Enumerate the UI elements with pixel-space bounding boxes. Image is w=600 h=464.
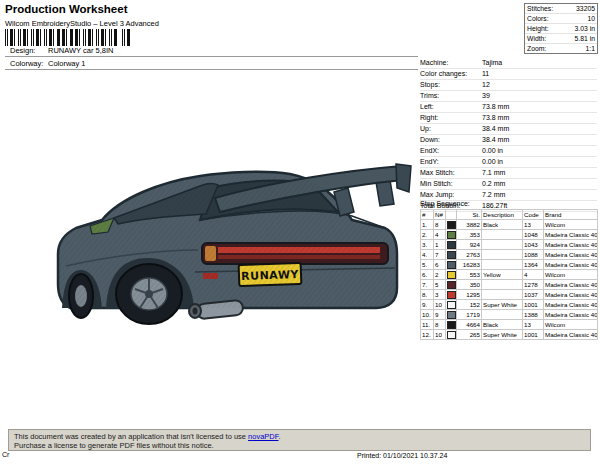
summary-label: Colors:	[527, 14, 549, 23]
stop-sequence-row: 8. 3 1295 1037 Madeira Classic 40	[421, 290, 598, 300]
thread-brand: Madeira Classic 40	[544, 240, 598, 250]
thread-code: 1088	[523, 250, 544, 260]
machine-info-label: Down:	[420, 135, 482, 145]
footer-fragment-text: Cr	[2, 451, 9, 458]
stop-index: 3.	[421, 240, 434, 250]
needle-number: 10	[434, 300, 446, 310]
thread-color-swatch	[447, 271, 456, 279]
machine-info-value: 7.1 mm	[482, 168, 505, 178]
production-worksheet-page: Production Worksheet Wilcom EmbroiderySt…	[0, 0, 600, 464]
needle-number: 7	[434, 250, 446, 260]
machine-info-row: Up: 38.4 mm	[420, 124, 597, 135]
machine-info-label: EndX:	[420, 146, 482, 156]
machine-info-label: Stops:	[420, 80, 482, 90]
colorway-row: Colorway: Colorway 1	[5, 58, 418, 70]
thread-color-swatch	[447, 231, 456, 239]
thread-code: 1278	[523, 280, 544, 290]
design-value: RUNAWY car 5,8IN	[48, 46, 113, 55]
stop-index: 6.	[421, 270, 434, 280]
machine-info-label: Trims:	[420, 91, 482, 101]
swatch-cell	[446, 280, 457, 290]
thread-code: 1364	[523, 260, 544, 270]
machine-info-label: Machine:	[420, 58, 482, 68]
summary-row: Stitches: 33205	[525, 4, 597, 14]
stop-index: 12.	[421, 330, 434, 340]
col-header-description: Description	[482, 210, 523, 220]
swatch-cell	[446, 230, 457, 240]
thread-description	[482, 290, 523, 300]
swatch-cell	[446, 290, 457, 300]
thread-color-swatch	[447, 291, 456, 299]
needle-number: 8	[434, 320, 446, 330]
col-header-swatch	[446, 210, 457, 220]
thread-description: Super White	[482, 330, 523, 340]
stop-index: 4.	[421, 250, 434, 260]
thread-description	[482, 260, 523, 270]
thread-brand: Madeira Classic 40	[544, 250, 598, 260]
stop-sequence-row: 7. 5 350 1278 Madeira Classic 40	[421, 280, 598, 290]
needle-number: 3	[434, 290, 446, 300]
summary-value: 5.81 in	[575, 34, 595, 43]
machine-info-value: 73.8 mm	[482, 102, 509, 112]
summary-label: Width:	[527, 34, 546, 43]
machine-info-value: 11	[482, 69, 489, 79]
machine-info-row: Machine: Tajima	[420, 58, 597, 69]
thread-description	[482, 310, 523, 320]
col-header-brand: Brand	[544, 210, 598, 220]
stop-sequence-row: 1. 8 3882 Black 13 Wilcom	[421, 220, 598, 230]
col-header-code: Code	[523, 210, 544, 220]
license-notice-banner: This document was created by an applicat…	[8, 429, 591, 451]
thread-code: 13	[523, 220, 544, 230]
printed-timestamp: Printed: 01/10/2021 10.37.24	[357, 452, 447, 459]
machine-info-value: 38.4 mm	[482, 124, 509, 134]
thread-description: Black	[482, 220, 523, 230]
col-header-stitches: St.	[457, 210, 482, 220]
stop-index: 9.	[421, 300, 434, 310]
stitch-count: 353	[457, 230, 482, 240]
stop-sequence-header-row: # N# St. Description Code Brand	[421, 210, 598, 220]
thread-color-swatch	[447, 251, 456, 259]
needle-number: 6	[434, 260, 446, 270]
machine-info-label: Max Jump:	[420, 190, 482, 200]
stitch-count: 1719	[457, 310, 482, 320]
design-row: Design: RUNAWY car 5,8IN	[5, 45, 418, 57]
notice-line-1: This document was created by an applicat…	[14, 432, 585, 441]
thread-brand: Wilcom	[544, 270, 598, 280]
swatch-cell	[446, 330, 457, 340]
stitch-count: 1295	[457, 290, 482, 300]
swatch-cell	[446, 300, 457, 310]
thread-brand: Madeira Classic 40	[544, 330, 598, 340]
needle-number: 5	[434, 280, 446, 290]
stop-index: 11.	[421, 320, 434, 330]
summary-value: 10	[587, 14, 595, 23]
novapdf-link[interactable]: novaPDF	[248, 432, 278, 441]
stop-index: 10.	[421, 310, 434, 320]
stitch-count: 553	[457, 270, 482, 280]
summary-value: 3.03 in	[575, 24, 595, 33]
swatch-cell	[446, 260, 457, 270]
swatch-cell	[446, 220, 457, 230]
colorway-value: Colorway 1	[48, 59, 86, 68]
thread-color-swatch	[447, 281, 456, 289]
thread-color-swatch	[447, 311, 456, 319]
machine-info-panel: Machine: Tajima Color changes: 11 Stops:…	[420, 58, 597, 212]
thread-description: Black	[482, 320, 523, 330]
thread-brand: Madeira Classic 40	[544, 300, 598, 310]
needle-number: 8	[434, 220, 446, 230]
stop-sequence-row: 11. 8 4664 Black 13 Wilcom	[421, 320, 598, 330]
machine-info-value: 38.4 mm	[482, 135, 509, 145]
swatch-cell	[446, 270, 457, 280]
software-subtitle: Wilcom EmbroideryStudio – Level 3 Advanc…	[5, 19, 159, 28]
stitch-count: 350	[457, 280, 482, 290]
machine-info-row: Left: 73.8 mm	[420, 102, 597, 113]
thread-brand: Madeira Classic 40	[544, 260, 598, 270]
summary-row: Colors: 10	[525, 14, 597, 24]
summary-value: 33205	[576, 4, 595, 13]
stitch-count: 924	[457, 240, 482, 250]
machine-info-label: Color changes:	[420, 69, 482, 79]
thread-brand: Madeira Classic 40	[544, 280, 598, 290]
stop-sequence-row: 5. 6 16283 1364 Madeira Classic 40	[421, 260, 598, 270]
notice-line-2: Purchase a license to generate PDF files…	[14, 441, 585, 450]
thread-color-swatch	[447, 221, 456, 229]
summary-row: Width: 5.81 in	[525, 34, 597, 44]
